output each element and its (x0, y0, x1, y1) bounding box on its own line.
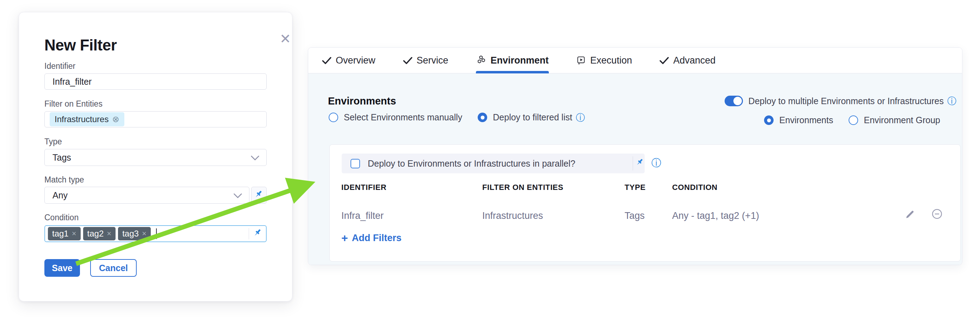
radio-deploy-to-filtered-list[interactable] (478, 113, 487, 122)
remove-tag-icon[interactable]: × (107, 229, 111, 238)
info-icon[interactable]: ⓘ (651, 158, 661, 168)
chevron-down-icon (251, 152, 259, 163)
tab-label: Overview (336, 55, 375, 66)
remove-tag-icon[interactable]: × (72, 229, 76, 238)
cancel-button[interactable]: Cancel (90, 259, 137, 277)
radio-environments[interactable] (764, 115, 773, 125)
parallel-pin-button[interactable] (635, 158, 644, 169)
stage-config-panel: Overview Service Environment (308, 47, 963, 265)
info-icon[interactable]: ⓘ (947, 96, 956, 106)
target-radio-group: Environments Environment Group (764, 115, 940, 125)
row-entities: Infrastructures (482, 210, 543, 221)
type-select[interactable]: Tags (45, 149, 267, 166)
divider (633, 156, 633, 171)
tab-service[interactable]: Service (403, 48, 449, 74)
tab-label: Service (417, 55, 449, 66)
col-header-filter-on-entities: FILTER ON ENTITIES (482, 183, 563, 192)
radio-label: Select Environments manually (344, 112, 462, 122)
tab-label: Execution (590, 55, 632, 66)
save-button[interactable]: Save (45, 259, 80, 277)
check-icon (403, 57, 412, 64)
radio-label: Environment Group (864, 115, 940, 125)
remove-filter-button[interactable] (931, 208, 943, 222)
execution-play-icon (576, 55, 586, 65)
multi-deploy-toggle[interactable] (725, 96, 743, 106)
col-header-identifier: IDENTIFIER (341, 183, 387, 192)
parallel-checkbox-label: Deploy to Environments or Infrastructure… (368, 158, 575, 169)
radio-label: Environments (779, 115, 833, 125)
tab-label: Advanced (673, 55, 716, 66)
row-condition: Any - tag1, tag2 (+1) (672, 210, 759, 221)
tag-label: tag3 (122, 229, 139, 239)
identifier-label: Identifier (45, 61, 75, 71)
new-filter-modal: New Filter ✕ Identifier Filter on Entiti… (19, 12, 293, 301)
environment-tab-content: Environments Select Environments manuall… (308, 74, 962, 265)
parallel-checkbox[interactable] (350, 159, 360, 168)
add-filters-button[interactable]: + Add Filters (341, 232, 402, 243)
divider (249, 228, 249, 239)
entity-chip-label: Infrastructures (55, 114, 108, 124)
row-type: Tags (625, 210, 644, 221)
remove-entity-icon[interactable]: ⊗ (112, 114, 119, 124)
entity-chip: Infrastructures ⊗ (50, 112, 124, 126)
check-icon (322, 57, 331, 64)
filters-card: Deploy to Environments or Infrastructure… (329, 144, 961, 262)
filter-on-entities-field[interactable]: Infrastructures ⊗ (45, 111, 267, 127)
pin-icon (254, 190, 264, 201)
remove-tag-icon[interactable]: × (142, 229, 146, 238)
filter-on-entities-label: Filter on Entities (45, 99, 102, 109)
radio-select-environments-manually[interactable] (329, 113, 338, 122)
tab-label: Environment (491, 55, 549, 66)
condition-label: Condition (45, 213, 78, 223)
tab-execution[interactable]: Execution (576, 48, 632, 74)
tab-overview[interactable]: Overview (322, 48, 375, 74)
identifier-input[interactable] (52, 77, 259, 87)
stage-tabs: Overview Service Environment (308, 48, 962, 74)
radio-environment-group[interactable] (849, 115, 858, 125)
edit-filter-button[interactable] (905, 208, 916, 221)
condition-tag: tag3 × (118, 227, 151, 240)
condition-tag: tag2 × (83, 227, 116, 240)
radio-label: Deploy to filtered list (493, 112, 572, 122)
deploy-mode-radio-group: Select Environments manually Deploy to f… (329, 112, 585, 122)
section-title: Environments (328, 95, 396, 107)
close-icon[interactable]: ✕ (280, 32, 291, 46)
plus-icon: + (341, 232, 348, 243)
condition-pin-button[interactable] (253, 228, 263, 239)
chevron-down-icon (234, 190, 242, 200)
match-type-pin-button[interactable] (251, 187, 267, 204)
add-filters-label: Add Filters (352, 233, 402, 243)
screen: New Filter ✕ Identifier Filter on Entiti… (0, 0, 980, 317)
col-header-type: TYPE (625, 183, 646, 192)
row-identifier: Infra_filter (341, 210, 383, 221)
environment-hexagons-icon (476, 55, 487, 66)
toggle-label: Deploy to multiple Environments or Infra… (749, 96, 944, 106)
multi-deploy-toggle-row: Deploy to multiple Environments or Infra… (725, 96, 956, 106)
check-icon (659, 57, 669, 64)
tab-advanced[interactable]: Advanced (659, 48, 716, 74)
parallel-checkbox-row: Deploy to Environments or Infrastructure… (342, 154, 644, 173)
type-value: Tags (52, 152, 71, 163)
identifier-field[interactable] (45, 74, 267, 90)
condition-tags-input[interactable]: tag1 × tag2 × tag3 × (45, 225, 267, 242)
info-icon[interactable]: ⓘ (576, 113, 585, 122)
tag-label: tag2 (88, 229, 104, 239)
match-type-value: Any (52, 190, 68, 200)
text-cursor (156, 228, 157, 239)
match-type-select[interactable]: Any (45, 187, 250, 204)
modal-title: New Filter (45, 36, 116, 54)
type-label: Type (45, 137, 62, 146)
condition-tag: tag1 × (48, 227, 81, 240)
col-header-condition: CONDITION (672, 183, 718, 192)
tag-label: tag1 (52, 229, 69, 239)
tab-environment[interactable]: Environment (476, 48, 549, 74)
match-type-label: Match type (45, 175, 84, 185)
